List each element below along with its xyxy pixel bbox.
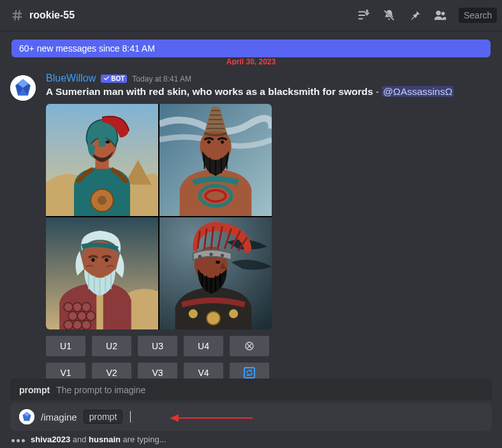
members-icon[interactable] — [433, 8, 447, 22]
notifications-muted-icon[interactable] — [382, 8, 396, 22]
typing-user-2: husnain — [89, 435, 121, 444]
text-caret — [130, 411, 131, 423]
separator: - — [373, 86, 382, 97]
svg-point-27 — [73, 303, 82, 312]
svg-point-36 — [91, 258, 95, 262]
header-actions: # Search — [357, 8, 497, 23]
svg-rect-16 — [99, 135, 106, 147]
typing-indicator: shiva2023 and husnain are typing... — [11, 435, 491, 444]
svg-point-40 — [189, 309, 198, 318]
svg-point-34 — [82, 321, 91, 329]
channel-name: rookie-55 — [29, 10, 357, 21]
param-chip: prompt — [84, 410, 123, 424]
svg-point-44 — [198, 255, 202, 258]
image-tile-3 — [46, 217, 158, 329]
typing-suffix: are typing... — [121, 435, 166, 444]
annotation-arrow — [170, 412, 253, 424]
command-popover: prompt The prompt to imagine — [10, 379, 492, 400]
mention[interactable]: @ΩAssassinsΩ — [382, 86, 454, 97]
svg-point-39 — [207, 312, 220, 325]
svg-marker-55 — [170, 414, 179, 422]
svg-point-31 — [86, 312, 95, 321]
slash-command: /imagine — [41, 412, 77, 423]
threads-icon[interactable]: # — [357, 8, 371, 22]
svg-point-37 — [105, 258, 108, 262]
svg-point-32 — [64, 321, 73, 329]
bot-tag-label: BOT — [111, 75, 124, 82]
message-input[interactable]: /imagine prompt — [10, 403, 492, 431]
svg-point-30 — [77, 312, 86, 321]
date-divider: April 30, 2023 — [0, 57, 502, 65]
svg-point-13 — [98, 196, 107, 205]
svg-point-23 — [207, 140, 210, 143]
image-tile-4 — [159, 217, 272, 329]
message-timestamp: Today at 8:41 AM — [132, 75, 191, 83]
u1-button[interactable]: U1 — [46, 336, 85, 356]
svg-point-33 — [73, 321, 82, 329]
new-messages-bar[interactable]: 60+ new messages since 8:41 AM — [11, 40, 491, 57]
channel-header: rookie-55 # Search — [0, 0, 502, 31]
svg-point-29 — [68, 312, 77, 321]
svg-point-41 — [229, 309, 238, 318]
reroll-button[interactable] — [230, 336, 269, 356]
svg-point-17 — [105, 140, 110, 143]
typing-dots-icon — [11, 435, 27, 444]
typing-user-1: shiva2023 — [31, 435, 70, 444]
command-app-avatar — [19, 409, 34, 424]
svg-point-47 — [216, 261, 220, 264]
popover-param-desc: The prompt to imagine — [56, 385, 145, 395]
u4-button[interactable]: U4 — [184, 336, 223, 356]
image-tile-1 — [46, 104, 158, 216]
message-text: A Sumerian man with red skin, who works … — [46, 85, 492, 99]
svg-point-4 — [441, 12, 445, 16]
search-input[interactable]: Search — [459, 8, 497, 23]
image-tile-2 — [159, 104, 272, 216]
svg-point-46 — [221, 254, 224, 257]
message: BlueWillow BOT Today at 8:41 AM A Sumeri… — [0, 71, 502, 383]
hash-icon — [10, 8, 24, 22]
svg-point-24 — [221, 140, 224, 143]
u2-button[interactable]: U2 — [92, 336, 131, 356]
bot-tag: BOT — [101, 75, 127, 83]
popover-param-name: prompt — [19, 385, 50, 395]
prompt-text: A Sumerian man with red skin, who works … — [46, 86, 373, 97]
pinned-icon[interactable] — [408, 8, 422, 22]
svg-point-28 — [82, 303, 91, 312]
svg-point-3 — [436, 11, 441, 15]
u3-button[interactable]: U3 — [138, 336, 177, 356]
composer-area: prompt The prompt to imagine /imagine pr… — [0, 379, 502, 448]
avatar[interactable] — [10, 75, 36, 101]
message-author[interactable]: BlueWillow — [46, 73, 96, 84]
typing-mid: and — [70, 435, 89, 444]
svg-point-26 — [64, 303, 73, 312]
svg-point-45 — [209, 252, 212, 256]
generated-image-grid[interactable] — [46, 104, 272, 329]
upscale-buttons: U1 U2 U3 U4 — [46, 336, 492, 356]
